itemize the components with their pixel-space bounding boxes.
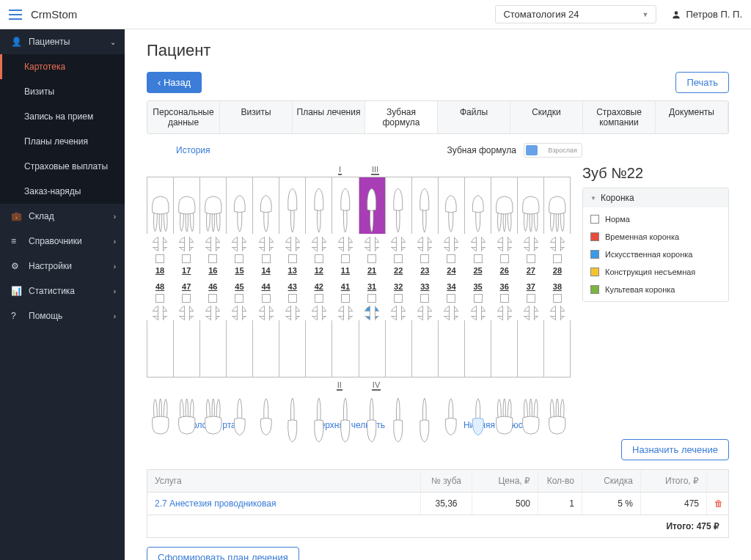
sidebar-sub-kartoteka[interactable]: Картотека (0, 54, 125, 79)
back-button[interactable]: ‹ Назад (147, 72, 202, 93)
service-link[interactable]: 2.7 Анестезия проводниковая (155, 498, 276, 509)
occlusal-27[interactable] (524, 237, 538, 251)
occlusal-21[interactable] (364, 237, 379, 251)
occlusal-41[interactable] (338, 306, 353, 320)
legend-item[interactable]: Временная коронка (583, 228, 728, 246)
occlusal-48[interactable] (153, 306, 167, 320)
surface-37[interactable] (527, 294, 535, 303)
tab-insurance[interactable]: Страховые компании (583, 101, 656, 133)
legend-item[interactable]: Культевая коронка (583, 281, 728, 298)
sidebar-sub-insurance[interactable]: Страховые выплаты (0, 154, 125, 179)
tooth-42[interactable] (306, 320, 332, 377)
occlusal-24[interactable] (444, 237, 458, 251)
tab-visits[interactable]: Визиты (220, 101, 293, 133)
surface-27[interactable] (527, 254, 535, 263)
delete-row-icon[interactable]: 🗑 (714, 498, 723, 509)
legend-item[interactable]: Искусственная коронка (583, 246, 728, 263)
surface-38[interactable] (553, 294, 562, 303)
menu-toggle-icon[interactable] (9, 10, 22, 20)
tooth-46[interactable] (200, 320, 227, 377)
surface-48[interactable] (155, 294, 164, 303)
occlusal-11[interactable] (338, 237, 353, 251)
sidebar-sub-visits[interactable]: Визиты (0, 79, 125, 104)
occlusal-23[interactable] (417, 237, 432, 251)
occlusal-46[interactable] (205, 306, 220, 320)
clinic-select[interactable]: Стоматология 24 ▼ (495, 5, 656, 23)
surface-47[interactable] (182, 294, 191, 303)
surface-22[interactable] (394, 254, 403, 263)
tab-formula[interactable]: Зубная формула (365, 101, 438, 133)
surface-15[interactable] (235, 254, 243, 263)
tooth-36[interactable] (491, 320, 518, 377)
sidebar-item-patients[interactable]: 👤 Пациенты ⌄ (0, 29, 125, 54)
tooth-35[interactable] (465, 320, 491, 377)
tooth-48[interactable] (147, 320, 174, 377)
tooth-18[interactable] (147, 177, 174, 234)
tooth-26[interactable] (491, 177, 518, 234)
tooth-11[interactable] (332, 177, 359, 234)
sidebar-item-stats[interactable]: 📊Статистика› (0, 279, 125, 303)
occlusal-22[interactable] (391, 237, 406, 251)
tooth-17[interactable] (174, 177, 200, 234)
surface-12[interactable] (315, 254, 323, 263)
print-button[interactable]: Печать (675, 72, 729, 93)
occlusal-44[interactable] (259, 306, 274, 320)
legend-item[interactable]: Норма (583, 210, 728, 228)
occlusal-14[interactable] (259, 237, 274, 251)
tooth-32[interactable] (386, 320, 412, 377)
tooth-31[interactable] (359, 320, 386, 377)
sidebar-sub-appointment[interactable]: Запись на прием (0, 104, 125, 129)
tooth-45[interactable] (227, 320, 253, 377)
tooth-24[interactable] (439, 177, 465, 234)
tooth-22[interactable] (386, 177, 412, 234)
occlusal-26[interactable] (497, 237, 512, 251)
occlusal-12[interactable] (312, 237, 326, 251)
surface-41[interactable] (341, 294, 350, 303)
occlusal-17[interactable] (179, 237, 194, 251)
surface-11[interactable] (341, 254, 350, 263)
form-plan-button[interactable]: Сформировать план лечения (147, 547, 299, 560)
occlusal-38[interactable] (550, 306, 565, 320)
tab-files[interactable]: Файлы (438, 101, 510, 133)
sidebar-sub-plans[interactable]: Планы лечения (0, 129, 125, 154)
surface-23[interactable] (420, 254, 429, 263)
tooth-41[interactable] (332, 320, 359, 377)
surface-16[interactable] (208, 254, 217, 263)
tooth-13[interactable] (279, 177, 306, 234)
surface-32[interactable] (394, 294, 403, 303)
surface-24[interactable] (447, 254, 455, 263)
assign-treatment-button[interactable]: Назначить лечение (621, 439, 729, 460)
occlusal-25[interactable] (471, 237, 486, 251)
occlusal-18[interactable] (153, 237, 167, 251)
occlusal-13[interactable] (285, 237, 300, 251)
surface-31[interactable] (367, 294, 376, 303)
tooth-27[interactable] (518, 177, 544, 234)
surface-17[interactable] (182, 254, 191, 263)
occlusal-31[interactable] (364, 306, 379, 320)
occlusal-37[interactable] (524, 306, 538, 320)
surface-43[interactable] (288, 294, 297, 303)
tooth-15[interactable] (227, 177, 253, 234)
tooth-33[interactable] (412, 320, 439, 377)
surface-35[interactable] (474, 294, 483, 303)
sidebar-item-stock[interactable]: 💼Склад› (0, 204, 125, 229)
tab-plans[interactable]: Планы лечения (293, 101, 365, 133)
occlusal-28[interactable] (550, 237, 565, 251)
tooth-28[interactable] (544, 177, 570, 234)
sidebar-item-help[interactable]: ?Помощь› (0, 303, 125, 328)
tab-docs[interactable]: Документы (656, 101, 728, 133)
history-link[interactable]: История (176, 145, 210, 155)
sidebar-item-ref[interactable]: ≡Справочники› (0, 229, 125, 254)
tab-discounts[interactable]: Скидки (510, 101, 583, 133)
surface-25[interactable] (474, 254, 483, 263)
tooth-34[interactable] (439, 320, 465, 377)
sidebar-sub-orders[interactable]: Заказ-наряды (0, 179, 125, 204)
surface-36[interactable] (500, 294, 509, 303)
tooth-16[interactable] (200, 177, 227, 234)
age-toggle[interactable]: Взрослая (524, 143, 582, 158)
tooth-47[interactable] (174, 320, 200, 377)
surface-45[interactable] (235, 294, 243, 303)
occlusal-36[interactable] (497, 306, 512, 320)
occlusal-16[interactable] (205, 237, 220, 251)
sidebar-item-settings[interactable]: ⚙Настройки› (0, 254, 125, 279)
